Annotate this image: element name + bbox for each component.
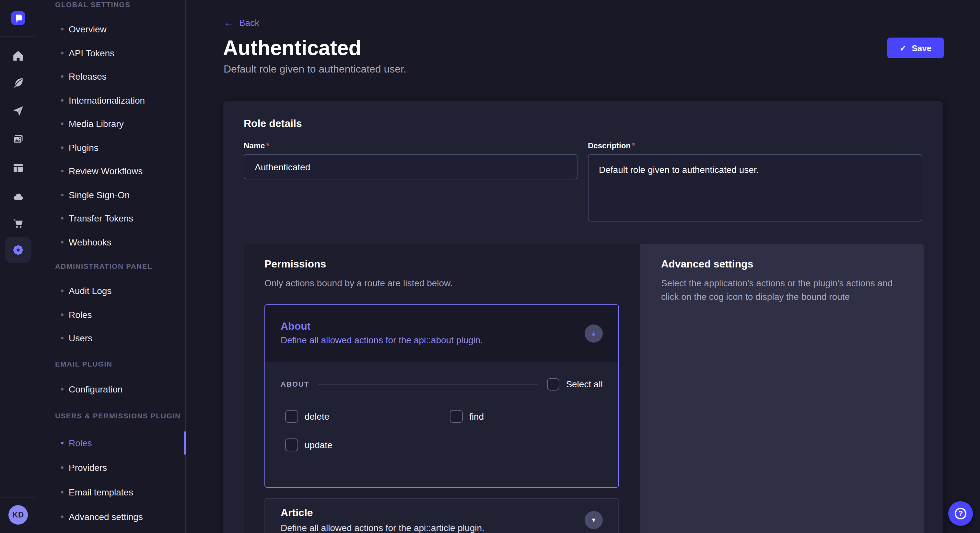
delete-checkbox[interactable] bbox=[285, 410, 298, 423]
main-nav-rail: KD bbox=[0, 0, 36, 533]
question-mark-icon: ? bbox=[955, 508, 966, 519]
releases-icon[interactable] bbox=[5, 98, 31, 124]
sidebar-item-email-templates[interactable]: Email templates bbox=[36, 486, 185, 499]
sidebar-item-up-advanced-settings[interactable]: Advanced settings bbox=[36, 510, 185, 523]
home-icon[interactable] bbox=[5, 43, 31, 69]
about-group-label: ABOUT bbox=[281, 380, 309, 388]
sidebar-section-users-permissions-plugin: USERS & PERMISSIONS PLUGIN bbox=[55, 409, 181, 422]
sidebar-item-up-roles[interactable]: Roles bbox=[36, 436, 185, 449]
bullet-icon bbox=[61, 337, 64, 339]
bullet-icon bbox=[61, 170, 64, 172]
permission-cell-find: find bbox=[450, 410, 484, 423]
accordion-article-subtitle: Define all allowed actions for the api::… bbox=[281, 523, 485, 533]
delete-label[interactable]: delete bbox=[305, 411, 329, 422]
sidebar-item-providers[interactable]: Providers bbox=[36, 461, 185, 474]
media-library-icon[interactable] bbox=[5, 126, 31, 152]
advanced-settings-title: Advanced settings bbox=[661, 259, 754, 270]
strapi-admin-app: KD GLOBAL SETTINGS Overview API Tokens R… bbox=[0, 0, 980, 533]
bullet-icon bbox=[61, 241, 64, 243]
accordion-about-title: About bbox=[281, 320, 310, 332]
bullet-icon bbox=[61, 146, 64, 149]
role-details-title: Role details bbox=[244, 118, 302, 130]
select-all-checkbox[interactable] bbox=[547, 378, 559, 390]
bullet-icon bbox=[61, 217, 64, 219]
back-arrow-icon: ← bbox=[224, 17, 234, 28]
permissions-panel: Permissions Only actions bound by a rout… bbox=[244, 244, 640, 533]
accordion-about-subtitle: Define all allowed actions for the api::… bbox=[281, 335, 483, 345]
bullet-icon bbox=[61, 122, 64, 125]
check-icon: ✓ bbox=[900, 43, 907, 53]
accordion-about-body: ABOUT Select all delete find bbox=[265, 362, 618, 487]
help-button[interactable]: ? bbox=[948, 501, 973, 526]
bullet-icon bbox=[61, 289, 64, 292]
group-divider bbox=[318, 384, 538, 384]
content-manager-icon[interactable] bbox=[5, 70, 31, 96]
role-details-card: Role details Name* Description* Default … bbox=[223, 101, 943, 533]
sidebar-item-review-workflows[interactable]: Review Workflows bbox=[36, 165, 185, 178]
rail-divider bbox=[0, 36, 36, 37]
accordion-article-title: Article bbox=[281, 507, 313, 519]
advanced-settings-description: Select the application's actions or the … bbox=[661, 276, 893, 304]
sidebar-item-api-tokens[interactable]: API Tokens bbox=[36, 46, 185, 59]
page-subtitle: Default role given to authenticated user… bbox=[224, 63, 406, 75]
settings-icon[interactable] bbox=[5, 237, 31, 263]
sidebar-item-webhooks[interactable]: Webhooks bbox=[36, 235, 185, 248]
accordion-article-header[interactable]: Article Define all allowed actions for t… bbox=[264, 498, 619, 533]
find-checkbox[interactable] bbox=[450, 410, 463, 423]
required-mark: * bbox=[632, 141, 635, 150]
bullet-icon bbox=[61, 313, 64, 316]
sidebar-item-releases[interactable]: Releases bbox=[36, 70, 185, 83]
chevron-down-icon: ▼ bbox=[591, 517, 597, 523]
permission-cell-delete: delete bbox=[285, 410, 329, 423]
cloud-icon[interactable] bbox=[5, 184, 31, 210]
find-label[interactable]: find bbox=[469, 411, 484, 422]
update-label[interactable]: update bbox=[305, 440, 332, 450]
expand-button[interactable]: ▼ bbox=[585, 511, 603, 529]
collapse-button[interactable]: ▲ bbox=[585, 324, 603, 343]
bullet-icon bbox=[61, 388, 64, 390]
sidebar-item-internationalization[interactable]: Internationalization bbox=[36, 94, 185, 106]
accordion-about: About Define all allowed actions for the… bbox=[264, 305, 619, 488]
back-link[interactable]: ← Back bbox=[224, 17, 259, 28]
marketplace-icon[interactable] bbox=[5, 211, 31, 236]
name-input[interactable] bbox=[244, 154, 578, 179]
permissions-subtitle: Only actions bound by a route are listed… bbox=[264, 278, 453, 288]
sidebar-item-admin-users[interactable]: Users bbox=[36, 332, 185, 344]
permissions-title: Permissions bbox=[264, 259, 326, 270]
bullet-icon bbox=[61, 28, 64, 30]
save-button[interactable]: ✓ Save bbox=[887, 38, 944, 58]
sidebar-item-configuration[interactable]: Configuration bbox=[36, 382, 185, 395]
sidebar-item-overview[interactable]: Overview bbox=[36, 23, 185, 36]
sidebar-item-admin-roles[interactable]: Roles bbox=[36, 308, 185, 321]
advanced-settings-panel: Advanced settings Select the application… bbox=[640, 244, 924, 533]
bullet-icon bbox=[61, 194, 64, 196]
bullet-icon bbox=[61, 466, 64, 469]
chevron-up-icon: ▲ bbox=[591, 331, 597, 336]
bullet-icon bbox=[61, 516, 64, 518]
bullet-icon bbox=[61, 75, 64, 78]
strapi-logo[interactable] bbox=[11, 11, 25, 25]
sidebar-item-audit-logs[interactable]: Audit Logs bbox=[36, 284, 185, 297]
active-item-indicator bbox=[184, 431, 186, 455]
description-textarea[interactable]: Default role given to authenticated user… bbox=[588, 154, 922, 222]
select-all-label[interactable]: Select all bbox=[566, 379, 603, 389]
strapi-logo-icon bbox=[11, 11, 25, 25]
bullet-icon bbox=[61, 442, 64, 444]
content-type-builder-icon[interactable] bbox=[5, 155, 31, 181]
user-avatar[interactable]: KD bbox=[8, 505, 28, 525]
sidebar-item-single-sign-on[interactable]: Single Sign-On bbox=[36, 188, 185, 201]
sidebar-item-transfer-tokens[interactable]: Transfer Tokens bbox=[36, 212, 185, 225]
about-group-row: ABOUT Select all bbox=[281, 378, 603, 390]
description-label: Description* bbox=[588, 141, 635, 150]
bullet-icon bbox=[61, 51, 64, 54]
rail-divider bbox=[0, 497, 36, 498]
settings-sidebar: GLOBAL SETTINGS Overview API Tokens Rele… bbox=[36, 0, 186, 533]
sidebar-section-administration-panel: ADMINISTRATION PANEL bbox=[55, 260, 152, 273]
sidebar-item-plugins[interactable]: Plugins bbox=[36, 141, 185, 154]
accordion-about-header[interactable]: About Define all allowed actions for the… bbox=[265, 305, 618, 362]
required-mark: * bbox=[266, 141, 269, 150]
bullet-icon bbox=[61, 491, 64, 493]
sidebar-item-media-library[interactable]: Media Library bbox=[36, 117, 185, 130]
update-checkbox[interactable] bbox=[285, 438, 298, 451]
name-label: Name* bbox=[244, 141, 269, 150]
